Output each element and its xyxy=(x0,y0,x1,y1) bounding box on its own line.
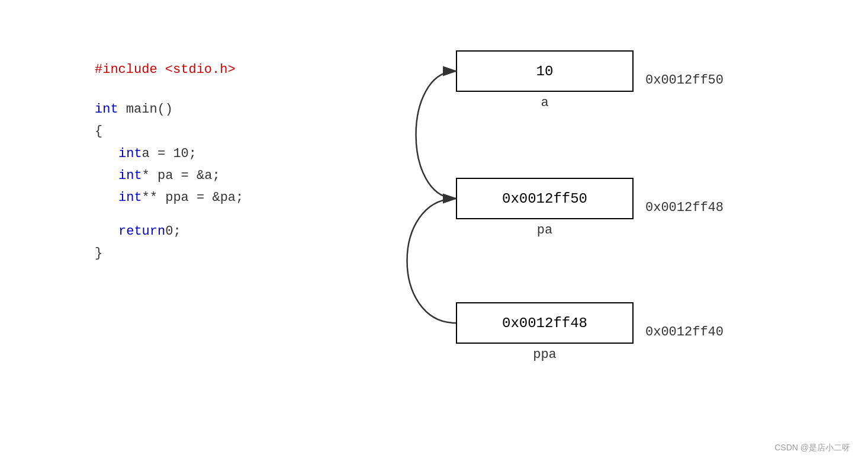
return-line: return 0; xyxy=(118,221,243,242)
line1-kw: int xyxy=(118,143,142,164)
main-sig-line: int main() xyxy=(95,99,243,120)
box-pa-value: 0x0012ff50 xyxy=(502,191,587,207)
memory-group-ppa: 0x0012ff48 ppa 0x0012ff40 xyxy=(456,302,724,362)
include-text: #include <stdio.h> xyxy=(95,59,236,80)
box-pa-addr: 0x0012ff48 xyxy=(645,200,724,215)
line3-kw: int xyxy=(118,187,142,208)
brace-close-line: } xyxy=(95,243,243,264)
return-rest: 0; xyxy=(165,221,181,242)
line2-rest: * pa = &a; xyxy=(142,165,220,186)
line3: int ** ppa = &pa; xyxy=(118,187,243,208)
box-ppa-value: 0x0012ff48 xyxy=(502,315,587,331)
line1: int a = 10; xyxy=(118,143,243,164)
box-a-label: a xyxy=(541,95,548,110)
include-line: #include <stdio.h> xyxy=(95,59,243,80)
code-section: #include <stdio.h> int main() { int a = … xyxy=(95,59,243,265)
box-pa-wrapper: 0x0012ff50 pa xyxy=(456,178,634,238)
box-ppa-wrapper: 0x0012ff48 ppa xyxy=(456,302,634,362)
box-a-addr: 0x0012ff50 xyxy=(645,73,724,88)
brace-open-line: { xyxy=(95,121,243,142)
watermark: CSDN @是店小二呀 xyxy=(774,443,850,453)
main-int-kw: int xyxy=(95,99,118,120)
arrow-pa-to-a xyxy=(416,71,456,199)
line2-kw: int xyxy=(118,165,142,186)
box-pa: 0x0012ff50 xyxy=(456,178,634,219)
box-a-value: 10 xyxy=(536,63,554,79)
memory-group-a: 10 a 0x0012ff50 xyxy=(456,50,724,110)
box-ppa-label: ppa xyxy=(533,347,557,362)
box-ppa: 0x0012ff48 xyxy=(456,302,634,344)
return-kw: return xyxy=(118,221,165,242)
brace-close: } xyxy=(95,243,102,264)
brace-open: { xyxy=(95,121,102,142)
arrow-ppa-to-pa xyxy=(407,199,456,323)
line2: int * pa = &a; xyxy=(118,165,243,186)
line3-rest: ** ppa = &pa; xyxy=(142,187,244,208)
box-pa-label: pa xyxy=(537,223,552,238)
box-a-wrapper: 10 a xyxy=(456,50,634,110)
memory-group-pa: 0x0012ff50 pa 0x0012ff48 xyxy=(456,178,724,238)
line1-rest: a = 10; xyxy=(142,143,197,164)
main-rest: main() xyxy=(118,99,173,120)
box-a: 10 xyxy=(456,50,634,92)
box-ppa-addr: 0x0012ff40 xyxy=(645,325,724,340)
